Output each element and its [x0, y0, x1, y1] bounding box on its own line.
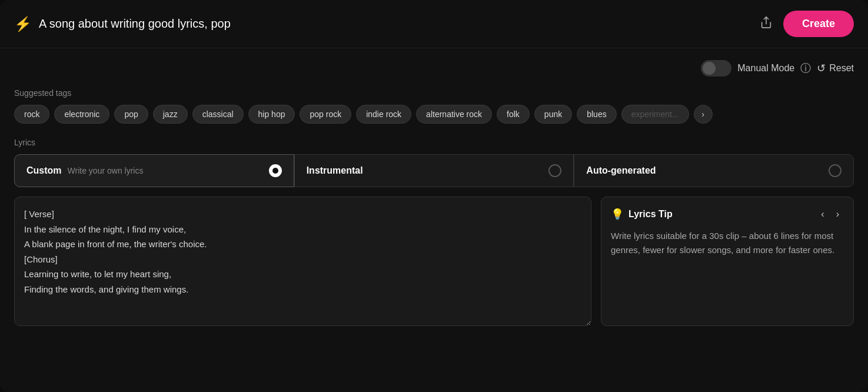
- custom-sub-label: Write your own lyrics: [68, 166, 144, 175]
- instrumental-radio: [548, 164, 561, 177]
- tag-folk[interactable]: folk: [497, 105, 530, 124]
- tag-indierock[interactable]: indie rock: [356, 105, 411, 124]
- reset-icon: ↺: [817, 62, 826, 75]
- tip-next-button[interactable]: ›: [832, 207, 844, 222]
- bulb-icon: 💡: [611, 208, 624, 221]
- create-button[interactable]: Create: [783, 11, 854, 37]
- tag-experimental[interactable]: experiment...: [621, 105, 689, 124]
- tag-rock[interactable]: rock: [14, 105, 49, 124]
- lyrics-section-label: Lyrics: [14, 138, 854, 147]
- custom-radio-dot: [272, 168, 278, 174]
- instrumental-main-label: Instrumental: [307, 165, 363, 176]
- tip-nav: ‹ ›: [816, 207, 844, 222]
- autogenerated-label-group: Auto-generated: [586, 165, 656, 176]
- header-title: A song about writing good lyrics, pop: [39, 17, 231, 31]
- lyrics-textarea[interactable]: [ Verse] In the silence of the night, I …: [14, 197, 591, 326]
- toggle-knob: [703, 62, 716, 75]
- reset-label: Reset: [829, 63, 854, 74]
- tag-electronic[interactable]: electronic: [54, 105, 109, 124]
- custom-main-label: Custom: [26, 165, 62, 176]
- autogenerated-radio: [829, 164, 842, 177]
- lyrics-mode-autogenerated[interactable]: Auto-generated: [574, 154, 854, 187]
- tag-classical[interactable]: classical: [192, 105, 244, 124]
- lyrics-mode-instrumental[interactable]: Instrumental: [294, 154, 574, 187]
- tags-scroll-right[interactable]: ›: [694, 105, 713, 124]
- main-content: Manual Mode ⓘ ↺ Reset Suggested tags roc…: [0, 48, 868, 392]
- lyrics-modes: Custom Write your own lyrics Instrumenta…: [14, 154, 854, 187]
- tags-row: rock electronic pop jazz classical hip h…: [14, 105, 854, 124]
- tip-prev-button[interactable]: ‹: [816, 207, 829, 222]
- manual-mode-label: Manual Mode: [737, 63, 794, 74]
- tip-text: Write lyrics suitable for a 30s clip – a…: [611, 229, 844, 257]
- suggested-tags-label: Suggested tags: [14, 88, 854, 98]
- bottom-section: [ Verse] In the silence of the night, I …: [14, 197, 854, 326]
- header-left: ⚡ A song about writing good lyrics, pop: [14, 16, 231, 32]
- tag-hiphop[interactable]: hip hop: [248, 105, 295, 124]
- tip-panel: 💡 Lyrics Tip ‹ › Write lyrics suitable f…: [601, 197, 854, 326]
- header: ⚡ A song about writing good lyrics, pop …: [0, 0, 868, 48]
- manual-mode-row: Manual Mode ⓘ ↺ Reset: [14, 60, 854, 77]
- tag-jazz[interactable]: jazz: [153, 105, 188, 124]
- bolt-icon: ⚡: [14, 16, 32, 32]
- tag-pop[interactable]: pop: [114, 105, 148, 124]
- lyrics-mode-custom[interactable]: Custom Write your own lyrics: [14, 154, 294, 187]
- manual-mode-toggle[interactable]: [701, 60, 731, 77]
- tag-blues[interactable]: blues: [577, 105, 616, 124]
- tag-punk[interactable]: punk: [534, 105, 572, 124]
- header-right: Create: [756, 11, 854, 37]
- share-button[interactable]: [756, 12, 776, 35]
- custom-radio: [269, 164, 282, 177]
- autogenerated-main-label: Auto-generated: [586, 165, 656, 176]
- app-container: ⚡ A song about writing good lyrics, pop …: [0, 0, 868, 392]
- tip-title: Lyrics Tip: [628, 209, 673, 220]
- tip-title-group: 💡 Lyrics Tip: [611, 208, 673, 221]
- reset-button[interactable]: ↺ Reset: [817, 62, 854, 75]
- instrumental-label-group: Instrumental: [307, 165, 363, 176]
- tag-poprock[interactable]: pop rock: [300, 105, 351, 124]
- tag-alternativerock[interactable]: alternative rock: [416, 105, 492, 124]
- info-icon[interactable]: ⓘ: [800, 61, 811, 75]
- tip-header: 💡 Lyrics Tip ‹ ›: [611, 207, 844, 222]
- custom-label-group: Custom Write your own lyrics: [26, 165, 143, 176]
